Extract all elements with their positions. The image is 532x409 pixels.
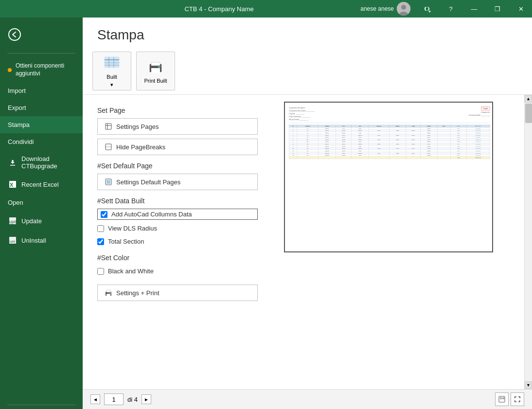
settings-print-button[interactable]: Settings + Print <box>97 285 258 301</box>
content-area: Stampa Built ▾ <box>83 18 532 409</box>
prev-page-icon: ◄ <box>93 397 98 402</box>
sidebar-label-condividi: Condividi <box>8 138 34 145</box>
sidebar: Ottieni componenti aggiuntivi Import Exp… <box>0 18 83 409</box>
hide-pagebreaks-button[interactable]: Hide PageBreaks <box>97 139 258 155</box>
next-page-icon: ► <box>144 397 149 402</box>
view-buttons <box>495 392 524 406</box>
built-dropdown-arrow: ▾ <box>110 82 113 88</box>
sidebar-item-stampa[interactable]: Stampa <box>0 116 83 133</box>
preview-area: Construction Site System Construction Si… <box>267 100 510 305</box>
view-page-button[interactable] <box>495 392 509 406</box>
print-built-button[interactable]: Print Built <box>136 52 175 90</box>
add-autocad-checkbox[interactable] <box>101 211 107 218</box>
built-button[interactable]: Built ▾ <box>92 52 131 90</box>
black-white-row: Black and White <box>97 266 258 277</box>
color-heading: #Set Color <box>97 254 258 262</box>
settings-default-pages-button[interactable]: Settings Default Pages <box>97 174 258 190</box>
titlebar-title: CTB 4 - Company Name <box>83 5 355 13</box>
titlebar-controls: anese anese ? — ❐ ✕ <box>355 0 532 18</box>
sidebar-label-uninstall: UnInstall <box>21 237 46 244</box>
preview-logo: Logo <box>481 107 490 110</box>
help-button[interactable]: ? <box>440 0 462 18</box>
built-label: Built <box>106 74 117 80</box>
scroll-thumb[interactable] <box>525 104 532 123</box>
svg-point-30 <box>110 293 111 294</box>
print-built-label: Print Built <box>144 78 167 84</box>
view-dls-label[interactable]: View DLS Radius <box>108 225 157 232</box>
sidebar-item-uninstall[interactable]: uni UnInstall <box>0 231 83 250</box>
sidebar-label-stampa: Stampa <box>8 121 30 128</box>
settings-pages-label: Settings Pages <box>116 123 159 130</box>
view-fullscreen-button[interactable] <box>511 392 524 406</box>
sidebar-item-open[interactable]: Open <box>0 194 83 211</box>
add-autocad-label[interactable]: Add AutoCad Collumns Data <box>111 211 192 218</box>
of-text: di 4 <box>127 396 138 403</box>
sidebar-item-recent[interactable]: X Recent Excel <box>0 175 83 194</box>
sidebar-item-update[interactable]: upd Update <box>0 211 83 231</box>
titlebar: CTB 4 - Company Name anese anese ? — ❐ <box>0 0 532 18</box>
svg-rect-18 <box>151 62 160 66</box>
sidebar-divider-bottom <box>7 405 75 405</box>
sidebar-item-condividi[interactable]: Condividi <box>0 133 83 150</box>
sidebar-label-download: Download CTBupgrade <box>21 155 75 170</box>
scroll-down-button[interactable]: ▼ <box>525 381 532 389</box>
svg-rect-28 <box>106 294 110 296</box>
sidebar-label-import: Import <box>8 87 26 94</box>
black-white-checkbox[interactable] <box>97 268 104 275</box>
default-page-heading: #Set Default Page <box>97 162 258 170</box>
svg-point-3 <box>9 29 20 40</box>
sidebar-divider-top <box>7 53 75 53</box>
add-user-button[interactable] <box>416 0 439 18</box>
back-button[interactable] <box>5 25 24 44</box>
svg-text:X: X <box>10 182 14 188</box>
left-panel: Set Page Settings Pages Hide PageBreaks … <box>97 100 258 305</box>
settings-default-pages-label: Settings Default Pages <box>116 178 180 186</box>
close-icon: ✕ <box>518 5 524 13</box>
close-button[interactable]: ✕ <box>510 0 532 18</box>
sidebar-item-import[interactable]: Import <box>0 82 83 99</box>
sidebar-label-recent: Recent Excel <box>21 181 59 188</box>
svg-rect-33 <box>502 397 504 399</box>
sidebar-label-open: Open <box>8 199 23 206</box>
add-autocad-row: Add AutoCad Collumns Data <box>97 209 258 220</box>
total-section-row: Total Section <box>97 236 258 247</box>
restore-icon: ❐ <box>495 5 500 13</box>
help-icon: ? <box>449 5 452 13</box>
next-page-button[interactable]: ► <box>142 394 151 404</box>
page-title: Stampa <box>83 18 532 48</box>
svg-rect-29 <box>106 290 110 292</box>
excel-icon: X <box>8 179 18 189</box>
right-scrollbar[interactable]: ▲ ▼ <box>524 95 532 389</box>
print-built-icon <box>147 58 164 76</box>
restore-button[interactable]: ❐ <box>486 0 509 18</box>
bottom-bar: ◄ di 4 ► <box>83 389 532 409</box>
prev-page-button[interactable]: ◄ <box>90 394 100 404</box>
built-icon <box>103 54 121 72</box>
sidebar-item-download[interactable]: Download CTBupgrade <box>0 150 83 175</box>
minimize-button[interactable]: — <box>463 0 485 18</box>
download-icon <box>8 158 18 167</box>
sidebar-item-export[interactable]: Export <box>0 99 83 116</box>
sidebar-item-ottieni[interactable]: Ottieni componenti aggiuntivi <box>0 57 83 82</box>
svg-rect-32 <box>500 397 502 399</box>
settings-pages-button[interactable]: Settings Pages <box>97 118 258 135</box>
svg-text:uni: uni <box>10 239 15 244</box>
preview-border: Construction Site System Construction Si… <box>284 102 493 252</box>
set-page-heading: Set Page <box>97 107 258 114</box>
svg-rect-20 <box>106 124 111 129</box>
notification-dot <box>8 68 12 72</box>
titlebar-user: anese anese <box>355 2 415 16</box>
svg-point-1 <box>401 5 406 10</box>
sidebar-label-update: Update <box>21 217 42 225</box>
page-navigation: ◄ di 4 ► <box>90 393 151 405</box>
scroll-up-button[interactable]: ▲ <box>525 95 532 103</box>
settings-print-label: Settings + Print <box>116 289 160 297</box>
page-number-input[interactable] <box>104 393 124 405</box>
preview-inner: Construction Site System Construction Si… <box>285 103 493 252</box>
total-section-label[interactable]: Total Section <box>108 238 144 245</box>
minimize-icon: — <box>471 5 478 13</box>
view-dls-checkbox[interactable] <box>97 225 104 232</box>
black-white-label[interactable]: Black and White <box>108 267 154 275</box>
total-section-checkbox[interactable] <box>97 238 104 245</box>
hide-pagebreaks-label: Hide PageBreaks <box>116 143 165 151</box>
